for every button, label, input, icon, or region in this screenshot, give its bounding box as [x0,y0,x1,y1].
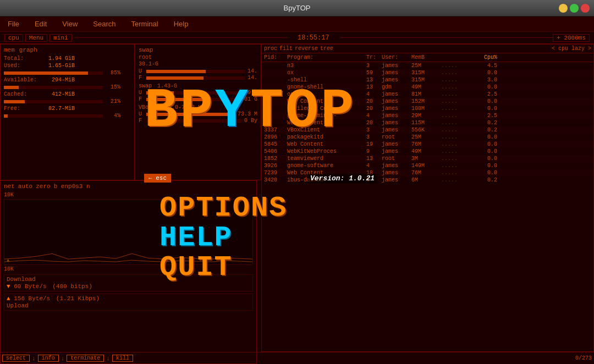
net-bottom-val: 10K [4,266,14,272]
table-row[interactable]: n3 3 james 25M ..... 4.5 [262,62,593,69]
cell-cpu: 0.2 [476,120,497,126]
upload-arrow: ▲ [7,295,14,302]
cell-cpu: 0.0 [476,70,497,76]
mem-used-label: Used: [4,63,42,69]
info-button[interactable]: info [38,355,59,362]
net-panel: net auto zero b enp0s3 n 10K ▲ 10K Downl… [0,180,257,364]
cell-prog: VBoxClient [287,127,364,133]
terminate-button[interactable]: terminate [67,355,104,362]
menu-file[interactable]: File [4,19,23,29]
mem-available-row: Available: 294-MiB [4,77,131,83]
mem-total-val: 1.94 GiB [45,56,75,62]
cell-tr: 13 [366,77,380,83]
menu-terminal[interactable]: Terminal [128,19,162,29]
col-user-header: User: [382,54,409,60]
swap-u-row: U 439 M [139,90,257,96]
maximize-button[interactable] [570,4,579,13]
mem-used-bar-container [4,71,103,75]
mem-free-bar-container [4,114,103,118]
menu-edit[interactable]: Edit [31,19,50,29]
table-row[interactable]: 5406 WebKitWebProces 9 james 49M ..... 0… [262,148,593,155]
proc-rows-container: n3 3 james 25M ..... 4.5 ox 59 james 315… [262,62,593,184]
mini-label[interactable]: mini [50,34,72,42]
swap-panel: swap root 30.1-G U 14. F 14. [135,44,261,180]
cell-prog: gnome-software [287,163,364,169]
bottom-divider-3: ↓ [106,355,110,362]
mem-available-bar-row: 15% [4,84,131,90]
col-prog-header: Program: [287,54,364,60]
kill-button[interactable]: kill [112,355,133,362]
mem-used-bar-row: 85% [4,70,131,76]
table-row[interactable]: ox 59 james 315M ..... 0.0 [262,69,593,76]
table-row[interactable]: 2896 packagekitd 3 root 25M ..... 0.0 [262,134,593,141]
close-button[interactable] [581,4,590,13]
mem-cached-label: Cached: [4,91,42,97]
cell-user: james [382,177,409,183]
esc-button[interactable]: ← esc [144,174,171,183]
cell-pid [264,91,285,97]
upload-bits: (1.21 Kibps) [56,295,100,302]
cell-tr: 4 [366,163,380,169]
cell-tr: 9 [366,148,380,155]
swap-u-label: U [139,90,144,96]
mem-available-val: 294-MiB [45,77,75,83]
menu-view[interactable]: View [59,19,81,29]
cpu-sort-tab[interactable]: < cpu lazy > [552,46,591,52]
net-scale-top: 10K [4,192,253,198]
cell-user: james [382,163,409,169]
mem-used-val: 1.65-GiB [45,63,75,69]
cell-dots: ..... [441,156,474,162]
cell-pid: 5845 [264,141,285,147]
tree-tab[interactable]: tree [320,46,333,52]
cell-dots: ..... [441,84,474,90]
select-button[interactable]: select [2,355,30,362]
root-u-bar [146,70,206,73]
table-row[interactable]: 3926 gnome-software 4 james 149M ..... 0… [262,162,593,169]
table-row[interactable]: 3337 VBoxClient 3 james 556K ..... 0.2 [262,126,593,134]
download-arrow: ▼ [7,283,14,290]
mem-free-bar-row: 4% [4,113,131,119]
mem-used-bar [4,71,88,75]
vbox-u-label: U [139,111,144,117]
cell-dots: ..... [441,63,474,69]
cell-memb: 25M [411,134,439,140]
cell-dots: ..... [441,134,474,140]
cell-cpu: 0.0 [476,141,497,147]
table-row[interactable]: Web Content 20 james 152M ..... 0.0 [262,98,593,105]
vbox-u-row: U 73.3 M [139,111,257,117]
proc-sub-header: proc filt reverse tree < cpu lazy > [262,45,593,53]
swap-label: swap [139,47,153,53]
cell-tr: 3 [366,134,380,140]
cell-dots: ..... [441,127,474,133]
col-dots-header [441,54,474,60]
cell-cpu: 3.0 [476,77,497,83]
minimize-button[interactable] [559,4,568,13]
net-zero-label[interactable]: zero [36,183,50,190]
table-row[interactable]: gnome-shell 13 gdm 49M ..... 0.0 [262,84,593,91]
table-row[interactable]: 5845 Web Content 19 james 76M ..... 0.0 [262,141,593,148]
menu-help[interactable]: Help [170,19,192,29]
proc-tab[interactable]: proc [264,46,277,52]
cell-pid [264,63,285,69]
cell-pid: 3420 [264,177,285,183]
table-row[interactable]: 1852 teamviewerd 13 root 3M ..... 0.0 [262,155,593,162]
table-row[interactable]: rivileged Cont 20 james 108M ..... 0.0 [262,105,593,112]
swap-f-bar-container [146,98,235,101]
vbox-u-bar [146,113,235,116]
cell-user: james [382,63,409,69]
col-pid-header: Pid: [264,54,285,60]
table-row[interactable]: -shell 13 james 315M ..... 3.0 [262,76,593,84]
cell-user: gdm [382,84,409,90]
filt-tab[interactable]: filt [279,46,293,52]
cell-dots: ..... [441,177,474,183]
menu-search[interactable]: Search [90,19,119,29]
table-row[interactable]: gnome-terminal- 4 james 29M ..... 2.5 [262,112,593,119]
table-row[interactable]: Web Content 20 james 115M ..... 0.2 [262,119,593,126]
reverse-tab[interactable]: reverse [295,46,318,52]
net-auto-label[interactable]: auto [18,183,32,190]
col-tr-header: Tr: [366,54,380,60]
menu-label[interactable]: Menu [25,34,47,42]
mem-used-row: Used: 1.65-GiB [4,63,131,69]
table-row[interactable]: org 4 james 81M ..... 2.5 [262,91,593,98]
swap-u-val: 439 M [241,90,257,96]
